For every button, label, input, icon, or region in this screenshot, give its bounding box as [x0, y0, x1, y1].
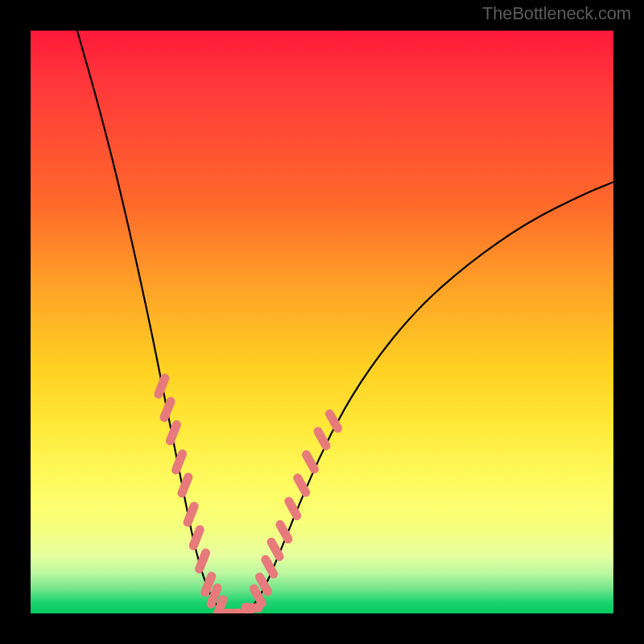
highlighted-point — [271, 542, 279, 556]
watermark-text: TheBottleneck.com — [482, 3, 631, 24]
bottleneck-curve — [77, 31, 613, 613]
highlighted-point — [170, 425, 176, 441]
highlighted-point — [298, 478, 306, 493]
highlighted-point — [260, 577, 268, 592]
highlighted-point — [211, 588, 217, 604]
highlighted-point — [176, 454, 183, 470]
highlighted-point — [246, 607, 258, 608]
highlighted-point — [266, 559, 274, 574]
highlighted-point — [205, 576, 212, 592]
highlighted-point — [193, 530, 200, 546]
highlighted-point — [254, 588, 262, 603]
chart-svg-layer — [31, 31, 613, 613]
highlighted-point — [188, 506, 194, 522]
chart-frame: TheBottleneck.com — [0, 0, 644, 644]
highlighted-point — [237, 613, 250, 614]
chart-plot-area — [31, 31, 613, 613]
highlighted-point — [182, 477, 188, 493]
highlighted-point — [330, 414, 338, 428]
highlighted-point — [280, 525, 288, 539]
highlighted-point — [307, 455, 315, 469]
highlighted-point — [164, 402, 171, 418]
highlighted-point — [289, 502, 297, 516]
highlighted-point — [318, 431, 326, 446]
highlighted-points-group — [159, 378, 338, 613]
highlighted-point — [200, 553, 206, 569]
highlighted-point — [159, 378, 165, 394]
